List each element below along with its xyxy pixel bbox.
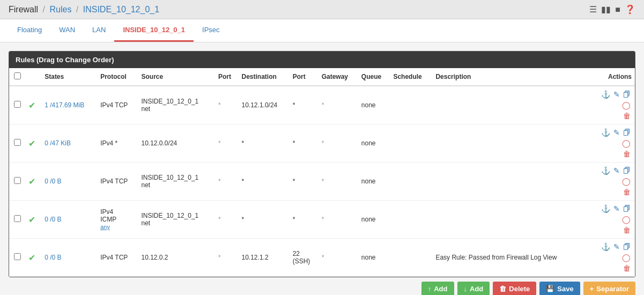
- add-down-button[interactable]: ↓ Add: [457, 282, 490, 295]
- protocol-2: IPv4 TCP: [100, 178, 128, 185]
- col-checkbox: [9, 68, 25, 86]
- states-link-3[interactable]: 0 /0 B: [45, 216, 61, 223]
- copy-icon-2[interactable]: 🗍: [622, 166, 632, 175]
- disable-icon-4[interactable]: ◯: [621, 253, 632, 262]
- states-link-1[interactable]: 0 /47 KiB: [45, 139, 71, 147]
- copy-icon-1[interactable]: 🗍: [622, 128, 632, 137]
- protocol-3: IPv4ICMPany: [100, 208, 116, 231]
- source-0: INSIDE_10_12_0_1net: [142, 98, 199, 113]
- delete-icon: 🗑: [499, 285, 506, 293]
- breadcrumb-current: INSIDE_10_12_0_1: [83, 5, 159, 14]
- add-up-label: Add: [434, 285, 447, 293]
- tab-floating[interactable]: Floating: [9, 19, 50, 42]
- tab-wan[interactable]: WAN: [50, 19, 84, 42]
- protocol-4: IPv4 TCP: [100, 254, 128, 261]
- main-content: Rules (Drag to Change Order) States Prot…: [0, 42, 644, 295]
- gateway-0: *: [322, 101, 324, 109]
- header-icons: ☰ ▮▮ ■ ❓: [589, 4, 635, 14]
- delete-button[interactable]: 🗑 Delete: [493, 282, 536, 295]
- row-checkbox-4[interactable]: [14, 253, 21, 260]
- col-queue: Queue: [358, 68, 390, 86]
- active-checkmark-3: ✔: [28, 215, 35, 224]
- row-checkbox-1[interactable]: [14, 139, 21, 146]
- action-icons-2: ⚓ ✎ 🗍 ◯ 🗑: [590, 166, 632, 197]
- anchor-icon-4[interactable]: ⚓: [600, 242, 611, 252]
- states-link-4[interactable]: 0 /0 B: [45, 254, 61, 261]
- dest-port-0: *: [293, 101, 295, 109]
- disable-icon-0[interactable]: ◯: [621, 100, 632, 110]
- table-row: ✔0 /47 KiBIPv4 *10.12.0.0/24****none ⚓ ✎…: [9, 124, 635, 163]
- dest-port-3: *: [293, 216, 295, 223]
- separator-label: Separator: [596, 285, 629, 293]
- col-protocol: Protocol: [97, 68, 138, 86]
- chart-icon[interactable]: ▮▮: [601, 4, 611, 14]
- save-button[interactable]: 💾 Save: [539, 282, 580, 295]
- destination-1: *: [242, 139, 245, 147]
- tab-inside[interactable]: INSIDE_10_12_0_1: [114, 19, 194, 42]
- action-icons-4: ⚓ ✎ 🗍 ◯ 🗑: [590, 242, 632, 273]
- disable-icon-1[interactable]: ◯: [621, 138, 632, 148]
- src-port-0: *: [218, 101, 221, 109]
- destination-3: *: [242, 216, 245, 223]
- bottom-toolbar: ↑ Add ↓ Add 🗑 Delete 💾 Save + Separator: [9, 277, 635, 295]
- col-schedule: Schedule: [390, 68, 432, 86]
- edit-icon-4[interactable]: ✎: [612, 242, 621, 252]
- dest-port-4: 22(SSH): [293, 250, 310, 265]
- protocol-1: IPv4 *: [100, 139, 117, 147]
- edit-icon-3[interactable]: ✎: [612, 204, 621, 213]
- src-port-2: *: [218, 178, 221, 185]
- disable-icon-3[interactable]: ◯: [621, 215, 632, 224]
- col-destination: Destination: [239, 68, 290, 86]
- action-icons-0: ⚓ ✎ 🗍 ◯ 🗑: [590, 90, 632, 121]
- page-header: Firewall / Rules / INSIDE_10_12_0_1 ☰ ▮▮…: [0, 0, 644, 19]
- tab-ipsec[interactable]: IPsec: [194, 19, 228, 42]
- delete-row-icon-4[interactable]: 🗑: [590, 263, 632, 273]
- breadcrumb-rules[interactable]: Rules: [49, 5, 71, 14]
- delete-row-icon-1[interactable]: 🗑: [590, 149, 632, 159]
- anchor-icon-0[interactable]: ⚓: [600, 90, 611, 99]
- anchor-icon-1[interactable]: ⚓: [600, 128, 611, 137]
- edit-icon-0[interactable]: ✎: [612, 90, 621, 99]
- delete-row-icon-3[interactable]: 🗑: [590, 225, 632, 235]
- proto-any-3[interactable]: any: [100, 224, 110, 230]
- states-link-0[interactable]: 1 /417.69 MiB: [45, 101, 84, 109]
- row-checkbox-2[interactable]: [14, 177, 21, 184]
- active-checkmark-0: ✔: [28, 101, 35, 110]
- delete-row-icon-2[interactable]: 🗑: [590, 187, 632, 197]
- breadcrumb-firewall: Firewall: [9, 5, 38, 14]
- separator-icon: +: [590, 285, 594, 293]
- rules-table-container: Rules (Drag to Change Order) States Prot…: [9, 51, 635, 277]
- tabs-bar: Floating WAN LAN INSIDE_10_12_0_1 IPsec: [0, 19, 644, 42]
- edit-icon-1[interactable]: ✎: [612, 128, 621, 137]
- tab-lan[interactable]: LAN: [84, 19, 114, 42]
- active-checkmark-4: ✔: [28, 253, 35, 262]
- row-checkbox-0[interactable]: [14, 101, 21, 108]
- queue-2: none: [361, 178, 376, 185]
- help-icon[interactable]: ❓: [625, 4, 635, 14]
- add-up-button[interactable]: ↑ Add: [421, 282, 454, 295]
- copy-icon-3[interactable]: 🗍: [622, 204, 632, 213]
- settings-icon[interactable]: ☰: [589, 4, 597, 14]
- separator-button[interactable]: + Separator: [583, 282, 635, 295]
- copy-icon-4[interactable]: 🗍: [622, 242, 632, 252]
- row-checkbox-3[interactable]: [14, 215, 21, 222]
- col-port: Port: [215, 68, 239, 86]
- gateway-4: *: [322, 254, 324, 261]
- col-states: States: [41, 68, 97, 86]
- col-actions: Actions: [587, 68, 635, 86]
- list-icon[interactable]: ■: [615, 5, 620, 14]
- disable-icon-2[interactable]: ◯: [621, 176, 632, 186]
- copy-icon-0[interactable]: 🗍: [622, 90, 632, 99]
- table-row: ✔0 /0 BIPv4 TCP10.12.0.2*10.12.1.222(SSH…: [9, 239, 635, 277]
- edit-icon-2[interactable]: ✎: [612, 166, 621, 175]
- table-row: ✔0 /0 BIPv4ICMPanyINSIDE_10_12_0_1net***…: [9, 201, 635, 239]
- select-all-checkbox[interactable]: [14, 72, 21, 79]
- anchor-icon-3[interactable]: ⚓: [600, 204, 611, 213]
- anchor-icon-2[interactable]: ⚓: [600, 166, 611, 175]
- table-row: ✔1 /417.69 MiBIPv4 TCPINSIDE_10_12_0_1ne…: [9, 86, 635, 124]
- delete-row-icon-0[interactable]: 🗑: [590, 111, 632, 121]
- action-icons-3: ⚓ ✎ 🗍 ◯ 🗑: [590, 204, 632, 235]
- delete-label: Delete: [509, 285, 530, 293]
- states-link-2[interactable]: 0 /0 B: [45, 178, 61, 185]
- source-4: 10.12.0.2: [142, 254, 168, 261]
